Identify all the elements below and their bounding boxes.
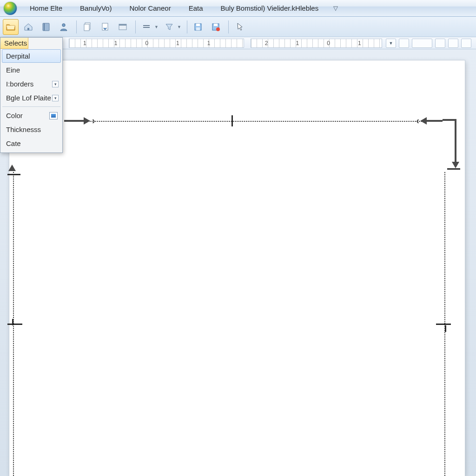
ruler-left[interactable]: 1 1 0 1 1 [69, 39, 244, 48]
document-page[interactable]: › ‹ [9, 60, 465, 476]
ruler-tick-label: 1 [69, 40, 100, 46]
dropdown-item-label: Derpital [6, 52, 30, 60]
ruler-spacing-icon[interactable] [435, 39, 445, 48]
menu-item-nolor[interactable]: Nolor Caneor [125, 2, 175, 14]
toolbar-separator [187, 20, 187, 33]
dropdown-item-cate[interactable]: Cate [2, 137, 61, 150]
svg-rect-10 [196, 27, 200, 30]
margin-tick-icon [12, 319, 13, 325]
margin-tick-icon [7, 324, 22, 325]
chevron-left-icon: ‹ [416, 115, 419, 126]
menu-item-eata[interactable]: Eata [184, 2, 208, 14]
toolbar-separator [228, 20, 229, 33]
dropdown-item-label: Bgle Lof Plaite [6, 94, 51, 102]
window-icon[interactable] [115, 19, 131, 35]
chevron-down-icon[interactable]: ▼ [154, 25, 159, 29]
ruler-end-icon[interactable] [461, 39, 471, 48]
app-orb-icon[interactable] [4, 2, 17, 15]
save-flag-icon[interactable] [208, 19, 224, 35]
svg-point-2 [62, 23, 65, 26]
svg-rect-7 [119, 24, 126, 26]
filter-icon[interactable] [161, 19, 177, 35]
svg-rect-9 [196, 24, 200, 26]
svg-point-13 [216, 27, 220, 31]
toolbar-separator [76, 20, 77, 33]
ruler-tick-label: 1 [344, 40, 375, 46]
margin-tick-icon [436, 324, 451, 325]
chevron-down-icon[interactable]: ▾ [52, 81, 59, 87]
margin-guide-top [79, 121, 432, 122]
dropdown-panel: Selects Derpital Eine I:borders ▾ Bgle L… [0, 37, 63, 153]
ruler-tick-label: 1 [193, 40, 225, 46]
ruler-drop-icon[interactable]: ▼ [386, 39, 396, 48]
dropdown-item-label: Eine [6, 66, 20, 74]
svg-rect-12 [214, 24, 218, 26]
ruler-tick-label: 0 [313, 40, 344, 46]
dropdown-item-label: Cate [6, 139, 21, 147]
margin-tick-icon [447, 168, 460, 170]
ruler: 1 1 0 1 1 2 1 0 1 ▼ [0, 37, 476, 49]
book-icon[interactable] [38, 19, 54, 35]
lines-icon[interactable] [139, 19, 154, 35]
ruler-tick-label: 0 [131, 40, 162, 46]
svg-rect-1 [44, 23, 45, 31]
margin-tick-icon [445, 325, 446, 332]
menu-item-banul[interactable]: BanulyVo) [75, 2, 116, 14]
dropdown-item-derpital[interactable]: Derpital [2, 49, 61, 63]
ruler-option-b[interactable] [412, 39, 432, 48]
menu-item-home[interactable]: Home Elte [25, 2, 67, 14]
save-icon[interactable] [190, 19, 206, 35]
dropdown-item-thickness[interactable]: Thicknesss [2, 123, 61, 136]
ruler-cursor-icon [231, 115, 233, 126]
workspace: › ‹ [0, 49, 476, 476]
toolbar-separator [135, 20, 136, 33]
chevron-right-icon: › [92, 115, 95, 126]
menubar: Home Elte BanulyVo) Nolor Caneor Eata Bu… [0, 0, 476, 17]
dropdown-item-label: I:borders [6, 80, 33, 88]
chevron-down-icon[interactable]: ▾ [52, 95, 59, 101]
folder-open-icon[interactable] [3, 19, 19, 35]
color-swatch-icon[interactable] [49, 112, 58, 119]
ruler-option-a[interactable] [399, 39, 409, 48]
dropdown-header[interactable]: Selects [0, 38, 28, 49]
menu-overflow-icon[interactable]: ▽ [331, 5, 340, 12]
dropdown-separator [2, 106, 60, 107]
ruler-grid-icon[interactable] [448, 39, 458, 48]
dropdown-item-label: Thicknesss [6, 126, 41, 133]
page-arrow-icon[interactable] [97, 19, 113, 35]
ruler-tick-label: 1 [100, 40, 132, 46]
dropdown-item-plate[interactable]: Bgle Lof Plaite ▾ [2, 91, 61, 105]
cursor-icon[interactable] [231, 19, 247, 35]
dropdown-item-borders[interactable]: I:borders ▾ [2, 77, 61, 91]
dropdown-item-label: Color [6, 112, 23, 119]
home-icon[interactable] [20, 19, 36, 35]
dropdown-item-eine[interactable]: Eine [2, 63, 61, 77]
toolbar: ▼ ▼ [0, 17, 476, 37]
margin-tick-icon [7, 174, 20, 175]
ruler-tick-label: 2 [251, 40, 282, 46]
page-stack-icon[interactable] [79, 19, 95, 35]
svg-rect-4 [84, 24, 89, 31]
dropdown-item-color[interactable]: Color [2, 109, 61, 122]
chevron-down-icon[interactable]: ▼ [177, 25, 181, 29]
person-icon[interactable] [56, 19, 72, 35]
ruler-tick-label: 1 [282, 40, 313, 46]
ruler-right[interactable]: 2 1 0 1 [251, 39, 382, 48]
menu-item-buly[interactable]: Buly Bomstiol) Vielider.kHlebles [216, 2, 324, 14]
ruler-tick-label: 1 [162, 40, 193, 46]
